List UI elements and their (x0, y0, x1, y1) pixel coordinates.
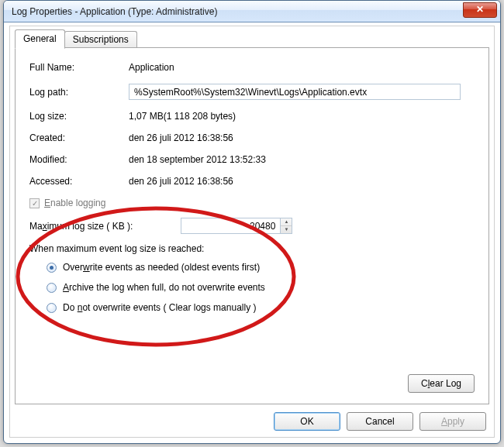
value-full-name: Application (129, 62, 174, 73)
radio-overwrite[interactable]: Overwrite events as needed (oldest event… (47, 262, 475, 273)
row-log-path: Log path: (29, 84, 475, 100)
radio-icon (47, 283, 57, 293)
radio-archive[interactable]: Archive the log when full, do not overwr… (47, 282, 475, 293)
titlebar[interactable]: Log Properties - Application (Type: Admi… (4, 1, 500, 22)
client-area: General Subscriptions Full Name: Applica… (9, 26, 495, 438)
label-when-full: When maximum event log size is reached: (29, 243, 475, 254)
close-button[interactable]: ✕ (463, 2, 497, 18)
cancel-button[interactable]: Cancel (347, 412, 413, 431)
tab-general[interactable]: General (15, 29, 65, 49)
value-created: den 26 juli 2012 16:38:56 (129, 132, 233, 143)
apply-button: Apply (419, 412, 486, 431)
radio-group-when-full: Overwrite events as needed (oldest event… (47, 262, 475, 313)
radio-icon (47, 303, 57, 313)
close-icon: ✕ (476, 4, 484, 15)
tab-strip: General Subscriptions (15, 31, 136, 48)
spinner-down-button[interactable]: ▼ (281, 226, 292, 233)
radio-icon (47, 263, 57, 273)
row-log-size: Log size: 1,07 MB(1 118 208 bytes) (29, 111, 475, 122)
label-log-path: Log path: (29, 87, 129, 98)
row-accessed: Accessed: den 26 juli 2012 16:38:56 (29, 176, 475, 187)
tabpanel-general: Full Name: Application Log path: Log siz… (15, 47, 489, 404)
label-created: Created: (29, 132, 129, 143)
spinner-up-button[interactable]: ▲ (281, 218, 292, 226)
label-log-size: Log size: (29, 111, 129, 122)
max-size-input[interactable] (181, 218, 280, 234)
ok-button[interactable]: OK (274, 412, 340, 431)
spinner-buttons: ▲ ▼ (280, 218, 292, 234)
label-max-size: Maximum log size ( KB ): (29, 221, 133, 232)
row-created: Created: den 26 juli 2012 16:38:56 (29, 132, 475, 143)
clear-log-button[interactable]: Clear Log (408, 374, 475, 393)
window-title: Log Properties - Application (Type: Admi… (12, 6, 217, 17)
radio-do-not-overwrite[interactable]: Do not overwrite events ( Clear logs man… (47, 302, 475, 313)
dialog-buttons: OK Cancel Apply (274, 412, 486, 431)
enable-logging-checkbox: ✓ Enable logging (29, 198, 475, 208)
label-full-name: Full Name: (29, 62, 129, 73)
tab-subscriptions[interactable]: Subscriptions (64, 31, 137, 48)
row-modified: Modified: den 18 september 2012 13:52:33 (29, 154, 475, 165)
row-max-size: Maximum log size ( KB ): ▲ ▼ (29, 218, 475, 234)
row-full-name: Full Name: Application (29, 62, 475, 73)
section-settings: ✓ Enable logging Maximum log size ( KB )… (29, 198, 475, 313)
log-path-input[interactable] (129, 84, 461, 100)
log-properties-window: Log Properties - Application (Type: Admi… (3, 0, 501, 444)
clear-log-row: Clear Log (408, 374, 475, 393)
label-accessed: Accessed: (29, 176, 129, 187)
max-size-spinner: ▲ ▼ (181, 218, 292, 234)
checkbox-icon: ✓ (29, 198, 40, 208)
value-modified: den 18 september 2012 13:52:33 (129, 154, 266, 165)
value-accessed: den 26 juli 2012 16:38:56 (129, 176, 233, 187)
label-modified: Modified: (29, 154, 129, 165)
value-log-size: 1,07 MB(1 118 208 bytes) (129, 111, 236, 122)
